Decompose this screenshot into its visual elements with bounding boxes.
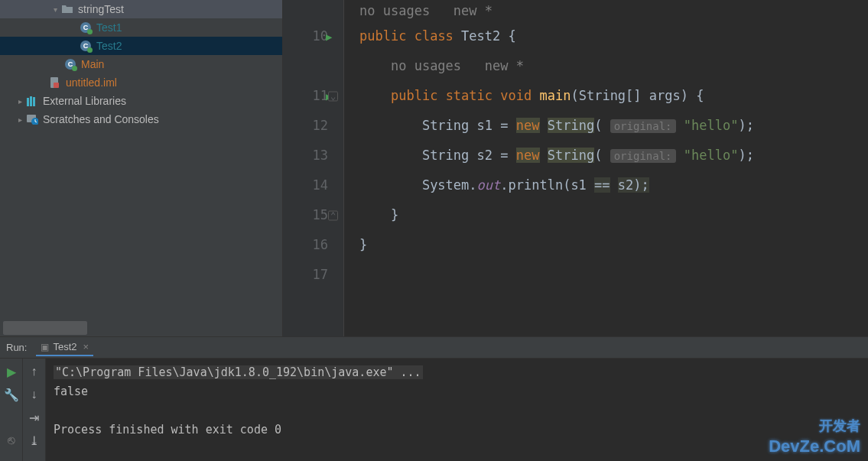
soft-wrap-button[interactable]: ⇥ bbox=[26, 409, 43, 426]
run-panel-title: Run: bbox=[6, 342, 27, 353]
code-editor[interactable]: 10▶ 11▶⌄ 12 13 14 15⌃ 16 17 no usages ne… bbox=[283, 0, 868, 336]
run-panel: Run: ▣ Test2 × ▶ 🔧 ⎋ ↑ ↓ ⇥ ⤓ "C:\Program… bbox=[0, 336, 868, 461]
svg-rect-2 bbox=[27, 98, 29, 106]
code-line: } bbox=[359, 200, 868, 230]
line-number: 12 bbox=[313, 118, 328, 133]
svg-rect-4 bbox=[33, 97, 35, 106]
console-output[interactable]: "C:\Program Files\Java\jdk1.8.0_192\bin\… bbox=[46, 359, 868, 461]
run-panel-header: Run: ▣ Test2 × bbox=[0, 337, 868, 359]
up-button[interactable]: ↑ bbox=[26, 363, 43, 380]
tree-label: External Libraries bbox=[43, 95, 126, 107]
class-icon: C bbox=[64, 58, 76, 70]
code-content[interactable]: no usages new * public class Test2 { no … bbox=[344, 0, 868, 336]
run-tab[interactable]: ▣ Test2 × bbox=[36, 339, 93, 356]
svg-rect-1 bbox=[54, 83, 59, 88]
down-button[interactable]: ↓ bbox=[26, 386, 43, 403]
code-line: public class Test2 { bbox=[359, 21, 868, 51]
run-tab-label: Test2 bbox=[53, 341, 76, 352]
code-line: System.out.println(s1 == s2); bbox=[359, 170, 868, 200]
code-annotation-line: no usages new * bbox=[359, 51, 868, 81]
class-icon: C bbox=[80, 40, 92, 52]
line-number: 13 bbox=[313, 148, 328, 163]
line-number: 16 bbox=[313, 237, 328, 252]
console-cmd: "C:\Program Files\Java\jdk1.8.0_192\bin\… bbox=[54, 365, 423, 379]
tree-label: untitled.iml bbox=[66, 76, 117, 89]
tree-item-external-libs[interactable]: ▸ External Libraries bbox=[0, 92, 282, 110]
tree-item-main[interactable]: C Main bbox=[0, 55, 282, 73]
svg-rect-3 bbox=[30, 96, 32, 106]
line-number: 17 bbox=[313, 267, 328, 282]
vcs-annotation: new * bbox=[454, 3, 493, 18]
editor-gutter: 10▶ 11▶⌄ 12 13 14 15⌃ 16 17 bbox=[283, 0, 344, 336]
code-line: } bbox=[359, 230, 868, 260]
fold-icon[interactable]: ⌃ bbox=[328, 210, 338, 220]
scratch-icon bbox=[26, 113, 38, 125]
chevron-right-icon: ▸ bbox=[14, 97, 26, 106]
tree-item-stringtest[interactable]: ▾ stringTest bbox=[0, 0, 282, 18]
project-tree: ▾ 📁 src ▾ stringTest C Test1 C bbox=[0, 0, 282, 128]
line-number: 14 bbox=[313, 177, 328, 193]
stop-button[interactable] bbox=[3, 409, 20, 426]
console-exit-line: Process finished with exit code 0 bbox=[54, 420, 860, 440]
chevron-down-icon: ▾ bbox=[49, 5, 61, 14]
tree-label: Test2 bbox=[96, 40, 122, 52]
tree-label: Test1 bbox=[96, 21, 122, 34]
tree-label: stringTest bbox=[78, 3, 124, 15]
code-line: public static void main(String[] args) { bbox=[359, 81, 868, 111]
library-icon bbox=[26, 95, 38, 107]
run-gutter-icon[interactable]: ▶ bbox=[326, 21, 332, 51]
run-config-icon: ▣ bbox=[41, 342, 49, 352]
tree-item-iml[interactable]: untitled.iml bbox=[0, 73, 282, 92]
run-toolbar-secondary: ↑ ↓ ⇥ ⤓ bbox=[23, 359, 46, 461]
project-sidebar: ▾ 📁 src ▾ stringTest C Test1 C bbox=[0, 0, 283, 336]
close-icon[interactable]: × bbox=[83, 341, 89, 352]
line-number: 15 bbox=[313, 207, 328, 222]
sidebar-scrollbar[interactable] bbox=[3, 321, 87, 335]
usage-annotation: no usages bbox=[359, 3, 430, 18]
iml-icon bbox=[49, 76, 61, 89]
code-line: String s1 = new String( original: "hello… bbox=[359, 111, 868, 141]
param-hint: original: bbox=[610, 119, 676, 133]
tree-label: Scratches and Consoles bbox=[43, 113, 159, 125]
tree-item-scratches[interactable]: ▸ Scratches and Consoles bbox=[0, 110, 282, 128]
folder-icon bbox=[61, 3, 73, 15]
chevron-right-icon: ▸ bbox=[14, 115, 26, 124]
class-icon: C bbox=[80, 21, 92, 34]
fold-icon[interactable]: ⌄ bbox=[328, 91, 338, 101]
rerun-button[interactable]: ▶ bbox=[3, 363, 20, 380]
tree-label: Main bbox=[81, 58, 104, 70]
code-line: String s2 = new String( original: "hello… bbox=[359, 141, 868, 170]
settings-button[interactable]: 🔧 bbox=[3, 386, 20, 403]
exit-button[interactable]: ⎋ bbox=[3, 432, 20, 449]
param-hint: original: bbox=[610, 149, 676, 163]
run-toolbar-primary: ▶ 🔧 ⎋ bbox=[0, 359, 23, 461]
tree-item-test2[interactable]: C Test2 bbox=[0, 37, 282, 55]
scroll-to-end-button[interactable]: ⤓ bbox=[26, 432, 43, 449]
tree-item-test1[interactable]: C Test1 bbox=[0, 18, 282, 37]
console-line: false bbox=[54, 382, 860, 401]
